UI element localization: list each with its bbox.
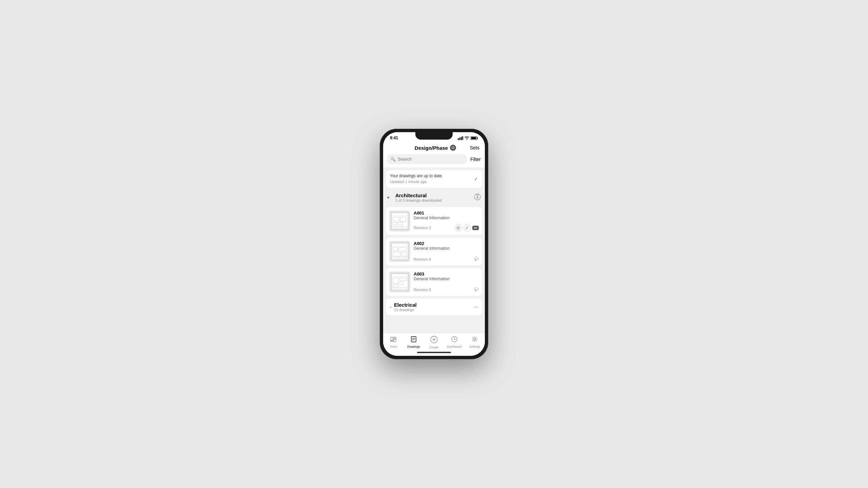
status-banner: Your drawings are up to date. Updated 1 … <box>386 170 482 188</box>
status-banner-subtitle: Updated 1 minute ago <box>390 180 427 184</box>
drawing-header-a003: A003 General Information <box>414 271 479 281</box>
drawing-number-a001: A001 <box>414 210 450 216</box>
edit-icon[interactable] <box>463 224 471 231</box>
svg-point-23 <box>458 227 459 228</box>
settings-icon <box>471 336 478 344</box>
tab-create-label: Create <box>429 346 438 349</box>
chevron-down-icon: ▾ <box>387 195 393 200</box>
tab-dashboard[interactable]: Dashboard <box>444 336 465 349</box>
svg-point-55 <box>454 339 455 340</box>
tab-tools[interactable]: Tools <box>383 336 403 349</box>
svg-rect-5 <box>477 137 478 139</box>
svg-rect-41 <box>391 337 393 340</box>
drawing-header-a002: A002 General Information <box>414 241 479 251</box>
sk-badge[interactable]: SK <box>472 226 479 230</box>
status-icons <box>458 136 478 140</box>
drawing-info-a001: A001 General Information Revision 2 <box>414 210 479 231</box>
tools-icon <box>390 336 397 344</box>
phone-device: 9:41 <box>380 129 488 359</box>
tab-tools-label: Tools <box>390 345 397 348</box>
drawing-footer-a001: Revision 2 <box>414 224 479 231</box>
title-text: Design/Phase <box>415 145 448 151</box>
svg-rect-44 <box>394 339 396 342</box>
svg-rect-1 <box>459 138 460 140</box>
tab-drawings[interactable]: Drawings <box>403 336 424 349</box>
status-banner-title: Your drawings are up to date. <box>390 174 443 178</box>
download-all-icon[interactable] <box>474 194 481 202</box>
tab-create[interactable]: Create <box>424 336 444 349</box>
drawing-card-a002[interactable]: A002 General Information Revision 6 <box>386 238 482 265</box>
cloud-download-icon-a003[interactable] <box>473 287 479 292</box>
sync-icon[interactable] <box>450 145 456 151</box>
svg-rect-43 <box>394 337 396 339</box>
chevron-right-icon: › <box>390 305 391 309</box>
check-icon: ✓ <box>474 176 478 182</box>
home-indicator <box>383 350 485 356</box>
svg-rect-0 <box>458 138 459 140</box>
battery-icon <box>471 136 478 140</box>
drawing-title-a001: A001 General Information <box>414 210 450 220</box>
tab-bar: Tools Drawings <box>383 333 485 350</box>
status-banner-text: Your drawings are up to date. Updated 1 … <box>390 174 443 184</box>
tab-settings[interactable]: Settings <box>465 336 485 349</box>
svg-point-56 <box>474 338 476 340</box>
drawing-revision-a003: Revision 5 <box>414 288 431 292</box>
notch <box>415 132 453 140</box>
drawing-card-a003[interactable]: A003 General Information Revision 5 <box>386 268 482 296</box>
drawing-name-a001: General Information <box>414 216 450 220</box>
electrical-section[interactable]: › Electrical 11 drawings ··· <box>386 299 482 315</box>
filter-button[interactable]: Filter <box>470 157 481 162</box>
architectural-title: Architectural <box>395 192 471 198</box>
content-area: Your drawings are up to date. Updated 1 … <box>383 167 485 333</box>
drawing-info-a002: A002 General Information Revision 6 <box>414 241 479 262</box>
more-options-icon[interactable]: ··· <box>474 304 478 310</box>
header-title: Design/Phase <box>415 145 456 151</box>
svg-rect-6 <box>471 137 476 139</box>
drawing-number-a003: A003 <box>414 271 450 277</box>
drawing-title-a003: A003 General Information <box>414 271 450 281</box>
drawing-header-a001: A001 General Information <box>414 210 479 220</box>
tab-drawings-label: Drawings <box>407 345 420 348</box>
drawing-revision-a001: Revision 2 <box>414 226 431 230</box>
cloud-download-icon-a002[interactable] <box>473 256 479 262</box>
search-icon: 🔍 <box>391 157 396 162</box>
electrical-title: Electrical <box>394 302 471 308</box>
drawing-revision-a002: Revision 6 <box>414 257 431 261</box>
search-input[interactable] <box>398 157 463 162</box>
drawing-thumbnail-a002 <box>389 241 410 262</box>
svg-rect-2 <box>461 137 462 140</box>
electrical-info: Electrical 11 drawings <box>394 302 471 312</box>
sets-button[interactable]: Sets <box>470 145 479 150</box>
search-input-wrapper[interactable]: 🔍 <box>387 154 467 164</box>
drawing-card-a001[interactable]: A001 General Information Revision 2 <box>386 207 482 235</box>
architectural-section-header[interactable]: ▾ Architectural 1 of 3 drawings download… <box>386 190 482 204</box>
svg-rect-32 <box>392 257 408 260</box>
phone-screen: 9:41 <box>383 132 485 356</box>
drawing-name-a002: General Information <box>414 246 450 251</box>
drawing-info-a003: A003 General Information Revision 5 <box>414 271 479 292</box>
drawing-number-a002: A002 <box>414 241 450 246</box>
tab-settings-label: Settings <box>469 345 480 348</box>
svg-rect-19 <box>392 226 408 229</box>
svg-rect-40 <box>392 287 408 290</box>
drawing-actions-a002 <box>473 256 479 262</box>
svg-rect-3 <box>462 136 463 140</box>
architectural-subtitle: 1 of 3 drawings downloaded <box>395 198 471 202</box>
status-time: 9:41 <box>390 136 398 140</box>
drawing-footer-a002: Revision 6 <box>414 256 479 262</box>
create-icon <box>430 336 438 345</box>
drawing-name-a003: General Information <box>414 277 450 281</box>
section-info: Architectural 1 of 3 drawings downloaded <box>395 192 471 202</box>
search-container: 🔍 Filter <box>383 154 485 167</box>
markup-icon[interactable] <box>455 224 462 231</box>
electrical-subtitle: 11 drawings <box>394 308 471 312</box>
drawing-actions-a003 <box>473 287 479 292</box>
drawing-title-a002: A002 General Information <box>414 241 450 251</box>
drawings-icon <box>410 336 417 344</box>
dashboard-icon <box>451 336 458 344</box>
drawing-footer-a003: Revision 5 <box>414 287 479 292</box>
app-header: Design/Phase Sets <box>383 142 485 154</box>
svg-rect-42 <box>391 341 393 342</box>
drawing-actions-a001: SK <box>455 224 479 231</box>
signal-icon <box>458 136 463 140</box>
